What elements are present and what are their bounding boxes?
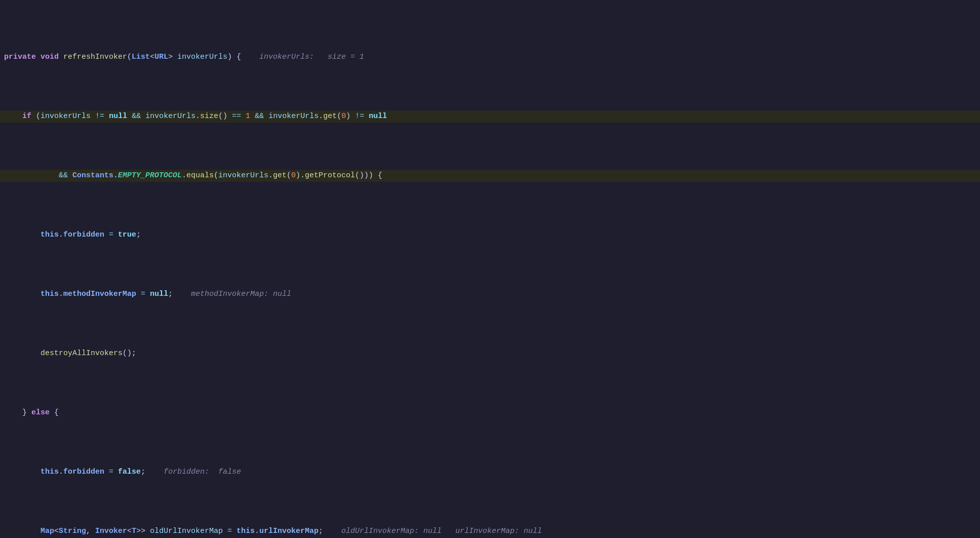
code-line: Map<String, Invoker<T>> oldUrlInvokerMap… (0, 525, 980, 537)
code-line: } else { (0, 407, 980, 419)
code-line: this.methodInvokerMap = null; methodInvo… (0, 288, 980, 300)
code-line: this.forbidden = false; forbidden: false (0, 466, 980, 478)
code-line: if (invokerUrls != null && invokerUrls.s… (0, 110, 980, 123)
code-line: private void refreshInvoker(List<URL> in… (0, 51, 980, 63)
code-line: this.forbidden = true; (0, 229, 980, 241)
code-line: && Constants.EMPTY_PROTOCOL.equals(invok… (0, 170, 980, 182)
code-editor: private void refreshInvoker(List<URL> in… (0, 0, 980, 538)
code-line: destroyAllInvokers(); (0, 348, 980, 360)
